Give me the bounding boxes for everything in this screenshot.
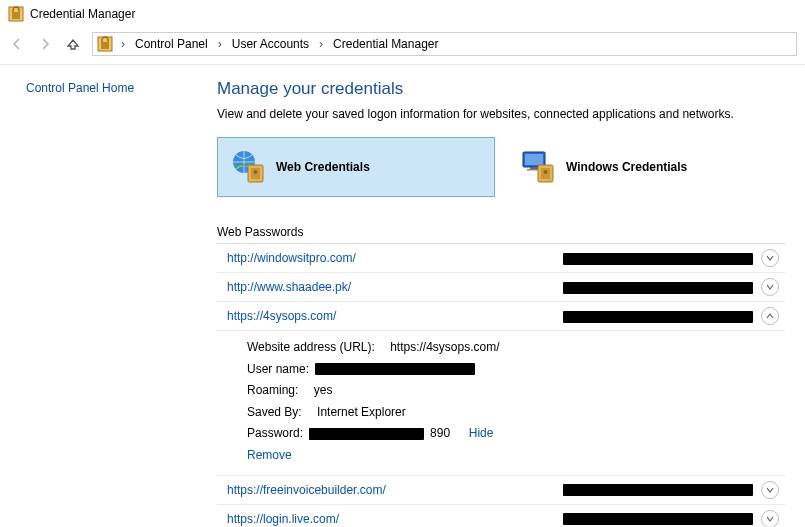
detail-url-value: https://4sysops.com/ — [390, 337, 499, 359]
remove-credential-link[interactable]: Remove — [247, 445, 292, 467]
expand-button[interactable] — [761, 278, 779, 296]
web-credentials-label: Web Credentials — [276, 160, 370, 174]
crumb-control-panel[interactable]: Control Panel — [133, 37, 210, 51]
detail-password-redacted — [309, 428, 424, 440]
expand-button[interactable] — [761, 510, 779, 527]
section-header: Web Passwords — [217, 225, 785, 244]
nav-forward-icon[interactable] — [36, 35, 54, 53]
titlebar: Credential Manager — [0, 0, 805, 28]
windows-credentials-label: Windows Credentials — [566, 160, 687, 174]
address-bar-icon — [97, 36, 113, 52]
detail-savedby-label: Saved By: — [247, 402, 302, 424]
credential-row[interactable]: https://freeinvoicebuilder.com/ — [217, 476, 785, 505]
nav-up-icon[interactable] — [64, 35, 82, 53]
page-description: View and delete your saved logon informa… — [217, 107, 785, 121]
credential-modified-redacted — [500, 280, 753, 294]
app-icon — [8, 6, 24, 22]
detail-savedby-value: Internet Explorer — [317, 402, 406, 424]
page-title: Manage your credentials — [217, 79, 785, 99]
detail-password-label: Password: — [247, 423, 303, 445]
detail-password-tail: 890 — [430, 423, 450, 445]
crumb-user-accounts[interactable]: User Accounts — [230, 37, 311, 51]
credential-modified-redacted — [500, 251, 753, 265]
credential-row[interactable]: http://windowsitpro.com/ — [217, 244, 785, 273]
content: Control Panel Home Manage your credentia… — [0, 65, 805, 527]
main-panel: Manage your credentials View and delete … — [215, 65, 805, 527]
svg-point-7 — [254, 170, 258, 174]
credential-url[interactable]: https://freeinvoicebuilder.com/ — [227, 483, 492, 497]
detail-url-label: Website address (URL): — [247, 337, 375, 359]
sidebar-home-link[interactable]: Control Panel Home — [26, 81, 134, 95]
chevron-right-icon: › — [119, 37, 127, 51]
windows-credentials-tab[interactable]: Windows Credentials — [507, 137, 785, 197]
credential-url[interactable]: http://windowsitpro.com/ — [227, 251, 492, 265]
monitor-safe-icon — [520, 149, 556, 185]
web-credentials-tab[interactable]: Web Credentials — [217, 137, 495, 197]
crumb-credential-manager[interactable]: Credential Manager — [331, 37, 440, 51]
globe-safe-icon — [230, 149, 266, 185]
window-title: Credential Manager — [30, 7, 135, 21]
expand-button[interactable] — [761, 481, 779, 499]
nav-back-icon[interactable] — [8, 35, 26, 53]
credential-type-row: Web Credentials Windows Credentials — [217, 137, 785, 197]
detail-roaming-label: Roaming: — [247, 380, 298, 402]
nav-row: › Control Panel › User Accounts › Creden… — [0, 28, 805, 65]
svg-rect-9 — [525, 154, 543, 165]
address-bar[interactable]: › Control Panel › User Accounts › Creden… — [92, 32, 797, 56]
credential-url[interactable]: https://login.live.com/ — [227, 512, 492, 526]
svg-point-14 — [544, 170, 548, 174]
credential-modified-redacted — [500, 309, 753, 323]
svg-rect-10 — [530, 167, 538, 169]
expand-button[interactable] — [761, 249, 779, 267]
hide-password-link[interactable]: Hide — [469, 423, 494, 445]
credential-row[interactable]: http://www.shaadee.pk/ — [217, 273, 785, 302]
chevron-right-icon: › — [317, 37, 325, 51]
credential-detail: Website address (URL): https://4sysops.c… — [217, 331, 785, 476]
credential-modified-redacted — [500, 483, 753, 497]
detail-username-label: User name: — [247, 359, 309, 381]
credential-row[interactable]: https://4sysops.com/ — [217, 302, 785, 331]
detail-roaming-value: yes — [314, 380, 333, 402]
credential-url[interactable]: http://www.shaadee.pk/ — [227, 280, 492, 294]
credential-url[interactable]: https://4sysops.com/ — [227, 309, 492, 323]
chevron-right-icon: › — [216, 37, 224, 51]
detail-username-redacted — [315, 363, 475, 375]
credential-modified-redacted — [500, 512, 753, 526]
collapse-button[interactable] — [761, 307, 779, 325]
sidebar: Control Panel Home — [0, 65, 215, 527]
credential-row[interactable]: https://login.live.com/ — [217, 505, 785, 527]
svg-rect-1 — [12, 12, 20, 19]
svg-rect-3 — [101, 42, 109, 49]
